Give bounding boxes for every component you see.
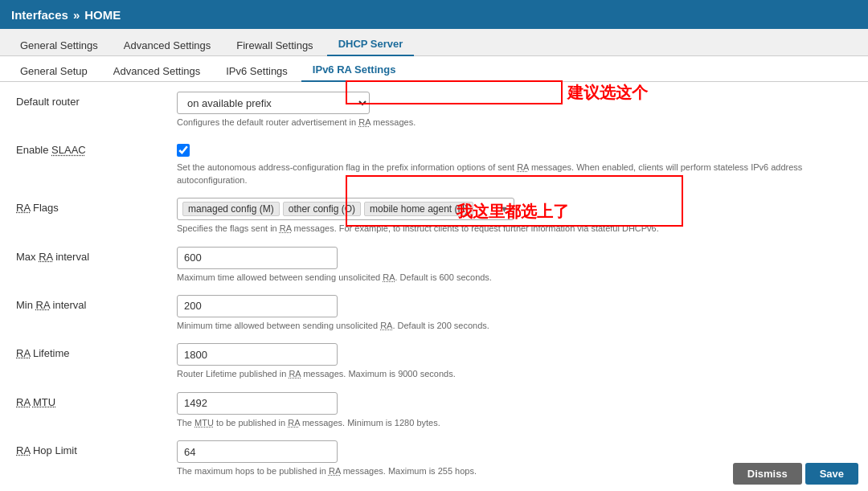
label-min-ra-interval: Min RA interval <box>16 295 177 311</box>
control-min-ra-interval: Minimum time allowed between sending uns… <box>177 295 852 332</box>
tab-advanced-settings2[interactable]: Advanced Settings <box>101 59 212 82</box>
tab-general-settings[interactable]: General Settings <box>8 34 110 56</box>
row-ra-mtu: RA MTU The MTU to be published in RA mes… <box>16 392 852 429</box>
row-ra-flags: RA Flags managed config (M) other config… <box>16 198 852 235</box>
row-ra-lifetime: RA Lifetime Router Lifetime published in… <box>16 343 852 380</box>
row-default-router: Default router on available prefix alway… <box>16 92 852 129</box>
second-tab-bar: General Setup Advanced Settings IPv6 Set… <box>0 56 868 82</box>
tab-ipv6-ra-settings[interactable]: IPv6 RA Settings <box>301 59 407 82</box>
ra-flags-tags: managed config (M) other config (O) mobi… <box>182 202 495 216</box>
breadcrumb-interfaces: Interfaces <box>11 8 68 22</box>
desc-ra-lifetime: Router Lifetime published in RA messages… <box>177 368 852 380</box>
label-ra-hop-limit: RA Hop Limit <box>16 440 177 456</box>
input-ra-lifetime[interactable] <box>177 343 338 366</box>
dismiss-button[interactable]: Dismiss <box>733 463 802 485</box>
desc-min-ra-interval: Minimum time allowed between sending uns… <box>177 320 852 332</box>
multiselect-ra-flags[interactable]: managed config (M) other config (O) mobi… <box>177 198 514 220</box>
control-enable-slaac: Set the autonomous address-configuration… <box>177 140 852 186</box>
content-area: Default router on available prefix alway… <box>0 82 868 491</box>
tab-ipv6-settings[interactable]: IPv6 Settings <box>214 59 300 82</box>
desc-ra-mtu: The MTU to be published in RA messages. … <box>177 417 852 429</box>
control-ra-lifetime: Router Lifetime published in RA messages… <box>177 343 852 380</box>
breadcrumb-separator: » <box>73 8 80 22</box>
tab-dhcp-server[interactable]: DHCP Server <box>327 33 415 56</box>
desc-enable-slaac: Set the autonomous address-configuration… <box>177 162 852 186</box>
tab-general-setup[interactable]: General Setup <box>8 59 100 82</box>
label-enable-slaac: Enable SLAAC <box>16 140 177 156</box>
label-default-router: Default router <box>16 92 177 108</box>
row-min-ra-interval: Min RA interval Minimum time allowed bet… <box>16 295 852 332</box>
label-max-ra-interval: Max RA interval <box>16 247 177 263</box>
tag-managed-config: managed config (M) <box>182 202 280 216</box>
top-tab-bar: General Settings Advanced Settings Firew… <box>0 29 868 56</box>
desc-ra-flags: Specifies the flags sent in RA messages.… <box>177 223 852 235</box>
header-bar: Interfaces » HOME <box>0 0 868 29</box>
row-enable-slaac: Enable SLAAC Set the autonomous address-… <box>16 140 852 186</box>
label-ra-mtu: RA MTU <box>16 392 177 408</box>
input-ra-mtu[interactable] <box>177 392 338 415</box>
save-button[interactable]: Save <box>805 463 858 485</box>
action-bar: Dismiss Save <box>723 456 868 491</box>
breadcrumb-home: HOME <box>84 8 121 22</box>
control-default-router: on available prefix always never Configu… <box>177 92 852 129</box>
desc-default-router: Configures the default router advertisem… <box>177 117 852 129</box>
tab-firewall-settings[interactable]: Firewall Settings <box>224 34 325 56</box>
tag-mobile-home: mobile home agent (H) <box>364 202 473 216</box>
checkbox-enable-slaac[interactable] <box>177 144 190 157</box>
tag-other-config: other config (O) <box>283 202 361 216</box>
control-ra-flags: managed config (M) other config (O) mobi… <box>177 198 852 235</box>
label-ra-flags: RA Flags <box>16 198 177 214</box>
multiselect-arrow-icon: ▼ <box>500 204 509 214</box>
input-max-ra-interval[interactable] <box>177 247 338 269</box>
control-ra-mtu: The MTU to be published in RA messages. … <box>177 392 852 429</box>
select-default-router[interactable]: on available prefix always never <box>177 92 370 114</box>
tab-advanced-settings[interactable]: Advanced Settings <box>112 34 223 56</box>
desc-max-ra-interval: Maximum time allowed between sending uns… <box>177 272 852 284</box>
row-max-ra-interval: Max RA interval Maximum time allowed bet… <box>16 247 852 284</box>
input-ra-hop-limit[interactable] <box>177 440 338 463</box>
label-ra-lifetime: RA Lifetime <box>16 343 177 359</box>
input-min-ra-interval[interactable] <box>177 295 338 317</box>
control-max-ra-interval: Maximum time allowed between sending uns… <box>177 247 852 284</box>
